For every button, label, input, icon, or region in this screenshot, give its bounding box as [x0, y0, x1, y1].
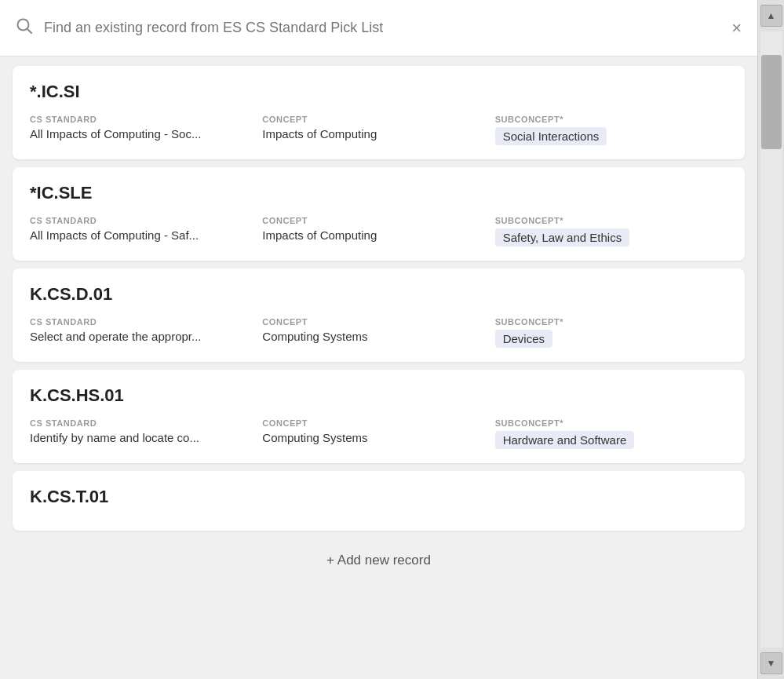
concept-label: CONCEPT	[262, 418, 494, 428]
card-title: *IC.SLE	[30, 183, 727, 203]
subconcept-badge: Social Interactions	[495, 127, 607, 145]
cs-standard-value: All Impacts of Computing - Soc...	[30, 127, 262, 141]
card-title: K.CS.D.01	[30, 284, 727, 305]
subconcept-badge: Devices	[495, 330, 552, 348]
subconcept-col: SUBCONCEPT* Safety, Law and Ethics	[495, 216, 727, 246]
cs-standard-label: CS STANDARD	[30, 317, 262, 327]
scrollbar: ▲ ▼	[757, 0, 784, 679]
card-fields: CS STANDARD All Impacts of Computing - S…	[30, 216, 727, 246]
subconcept-col: SUBCONCEPT* Social Interactions	[495, 115, 727, 145]
cs-standard-label: CS STANDARD	[30, 216, 262, 225]
scrollbar-track[interactable]	[760, 31, 782, 648]
concept-label: CONCEPT	[262, 115, 494, 124]
search-input[interactable]	[44, 20, 720, 36]
subconcept-col: SUBCONCEPT* Devices	[495, 317, 727, 348]
card-fields: CS STANDARD All Impacts of Computing - S…	[30, 115, 727, 145]
subconcept-badge: Safety, Law and Ethics	[495, 228, 629, 246]
card-title: K.CS.HS.01	[30, 385, 727, 406]
cs-standard-col: CS STANDARD Select and operate the appro…	[30, 317, 262, 348]
close-icon[interactable]: ×	[731, 18, 742, 38]
subconcept-label: SUBCONCEPT*	[495, 317, 727, 327]
concept-col: CONCEPT Impacts of Computing	[262, 216, 494, 246]
cs-standard-label: CS STANDARD	[30, 418, 262, 428]
concept-value: Impacts of Computing	[262, 127, 494, 141]
add-record-button[interactable]: + Add new record	[326, 553, 431, 568]
concept-label: CONCEPT	[262, 216, 494, 225]
concept-col: CONCEPT Computing Systems	[262, 418, 494, 449]
scroll-up-arrow[interactable]: ▲	[760, 5, 782, 27]
search-icon	[16, 17, 33, 38]
subconcept-label: SUBCONCEPT*	[495, 418, 727, 428]
concept-label: CONCEPT	[262, 317, 494, 327]
subconcept-label: SUBCONCEPT*	[495, 115, 727, 124]
concept-value: Computing Systems	[262, 431, 494, 444]
card-k-cs-t-01[interactable]: K.CS.T.01	[13, 471, 745, 531]
cs-standard-value: All Impacts of Computing - Saf...	[30, 228, 262, 242]
cs-standard-col: CS STANDARD All Impacts of Computing - S…	[30, 115, 262, 145]
cs-standard-value: Identify by name and locate co...	[30, 431, 262, 444]
card-k-cs-hs-01[interactable]: K.CS.HS.01 CS STANDARD Identify by name …	[13, 370, 745, 463]
card-fields: CS STANDARD Select and operate the appro…	[30, 317, 727, 348]
concept-value: Impacts of Computing	[262, 228, 494, 242]
scrollbar-thumb[interactable]	[761, 55, 782, 149]
cs-standard-col: CS STANDARD All Impacts of Computing - S…	[30, 216, 262, 246]
card-k-cs-d-01[interactable]: K.CS.D.01 CS STANDARD Select and operate…	[13, 268, 745, 362]
cs-standard-value: Select and operate the appropr...	[30, 330, 262, 343]
cs-standard-col: CS STANDARD Identify by name and locate …	[30, 418, 262, 449]
concept-col: CONCEPT Impacts of Computing	[262, 115, 494, 145]
card-ic-si[interactable]: *.IC.SI CS STANDARD All Impacts of Compu…	[13, 66, 745, 159]
concept-col: CONCEPT Computing Systems	[262, 317, 494, 348]
svg-line-1	[27, 29, 31, 33]
subconcept-col: SUBCONCEPT* Hardware and Software	[495, 418, 727, 449]
subconcept-label: SUBCONCEPT*	[495, 216, 727, 225]
left-panel: × *.IC.SI CS STANDARD All Impacts of Com…	[0, 0, 757, 679]
cards-scroll-area: *.IC.SI CS STANDARD All Impacts of Compu…	[0, 57, 757, 679]
search-bar: ×	[0, 0, 757, 57]
scroll-down-arrow[interactable]: ▼	[760, 652, 782, 674]
cs-standard-label: CS STANDARD	[30, 115, 262, 124]
main-container: × *.IC.SI CS STANDARD All Impacts of Com…	[0, 0, 784, 679]
card-fields: CS STANDARD Identify by name and locate …	[30, 418, 727, 449]
subconcept-badge: Hardware and Software	[495, 431, 635, 449]
concept-value: Computing Systems	[262, 330, 494, 343]
card-ic-sle[interactable]: *IC.SLE CS STANDARD All Impacts of Compu…	[13, 167, 745, 261]
add-record-row: + Add new record	[13, 538, 745, 575]
card-title: K.CS.T.01	[30, 487, 727, 507]
card-title: *.IC.SI	[30, 82, 727, 102]
